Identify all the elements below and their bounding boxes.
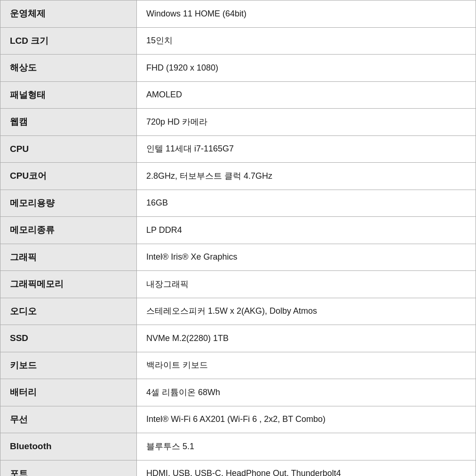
spec-value: HDMI, USB, USB-C, HeadPhone Out, Thunder… <box>137 460 476 476</box>
table-row: SSDNVMe M.2(2280) 1TB <box>0 325 476 352</box>
table-row: 운영체제Windows 11 HOME (64bit) <box>0 0 476 28</box>
spec-value: AMOLED <box>137 81 476 109</box>
spec-value: 15인치 <box>137 27 476 55</box>
spec-label: CPU코어 <box>0 163 137 190</box>
table-row: 패널형태AMOLED <box>0 81 476 109</box>
table-row: 오디오스테레오스피커 1.5W x 2(AKG), Dolby Atmos <box>0 298 476 325</box>
table-row: 해상도FHD (1920 x 1080) <box>0 55 476 82</box>
spec-value: Windows 11 HOME (64bit) <box>137 0 476 28</box>
spec-value: 720p HD 카메라 <box>137 109 476 136</box>
spec-value: 스테레오스피커 1.5W x 2(AKG), Dolby Atmos <box>137 298 476 325</box>
spec-label: SSD <box>0 325 137 352</box>
spec-value: Intel® Wi-Fi 6 AX201 (Wi-Fi 6 , 2x2, BT … <box>137 406 476 433</box>
table-row: 메모리용량16GB <box>0 190 476 217</box>
table-row: 포트HDMI, USB, USB-C, HeadPhone Out, Thund… <box>0 460 476 476</box>
spec-label: 오디오 <box>0 298 137 325</box>
spec-label: Bluetooth <box>0 433 137 460</box>
spec-value: 2.8GHz, 터보부스트 클럭 4.7GHz <box>137 163 476 190</box>
table-row: 키보드백라이트 키보드 <box>0 352 476 379</box>
table-row: 그래픽Intel® Iris® Xe Graphics <box>0 244 476 271</box>
spec-label: 배터리 <box>0 379 137 406</box>
spec-label: 해상도 <box>0 55 137 82</box>
table-row: 웹캠720p HD 카메라 <box>0 109 476 136</box>
table-row: 메모리종류LP DDR4 <box>0 217 476 244</box>
spec-value: 인텔 11세대 i7-1165G7 <box>137 135 476 163</box>
spec-label: 그래픽 <box>0 244 137 271</box>
spec-label: 그래픽메모리 <box>0 271 137 298</box>
spec-label: 패널형태 <box>0 81 137 109</box>
table-row: 무선Intel® Wi-Fi 6 AX201 (Wi-Fi 6 , 2x2, B… <box>0 406 476 433</box>
spec-value: LP DDR4 <box>137 217 476 244</box>
spec-label: 메모리종류 <box>0 217 137 244</box>
spec-value: Intel® Iris® Xe Graphics <box>137 244 476 271</box>
table-row: 배터리4셀 리튬이온 68Wh <box>0 379 476 406</box>
spec-value: 16GB <box>137 190 476 217</box>
table-row: Bluetooth블루투스 5.1 <box>0 433 476 460</box>
spec-value: 내장그래픽 <box>137 271 476 298</box>
spec-label: 메모리용량 <box>0 190 137 217</box>
spec-value: FHD (1920 x 1080) <box>137 55 476 82</box>
spec-label: 무선 <box>0 406 137 433</box>
spec-value: NVMe M.2(2280) 1TB <box>137 325 476 352</box>
spec-value: 4셀 리튬이온 68Wh <box>137 379 476 406</box>
table-row: 그래픽메모리내장그래픽 <box>0 271 476 298</box>
spec-label: 웹캠 <box>0 109 137 136</box>
spec-label: CPU <box>0 135 137 163</box>
spec-table: 운영체제Windows 11 HOME (64bit)LCD 크기15인치해상도… <box>0 0 476 476</box>
table-row: CPU코어2.8GHz, 터보부스트 클럭 4.7GHz <box>0 163 476 190</box>
spec-label: LCD 크기 <box>0 27 137 55</box>
spec-label: 포트 <box>0 460 137 476</box>
spec-label: 키보드 <box>0 352 137 379</box>
spec-value: 백라이트 키보드 <box>137 352 476 379</box>
spec-value: 블루투스 5.1 <box>137 433 476 460</box>
table-row: LCD 크기15인치 <box>0 27 476 55</box>
spec-label: 운영체제 <box>0 0 137 28</box>
table-row: CPU인텔 11세대 i7-1165G7 <box>0 135 476 163</box>
